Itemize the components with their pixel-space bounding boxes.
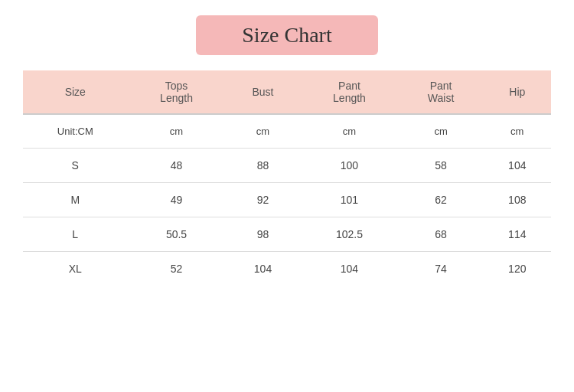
cell-pant-waist: 68 [399, 217, 484, 252]
cell-tops-length: 50.5 [127, 217, 225, 252]
cell-pant-waist: 74 [399, 252, 484, 286]
unit-cell: cm [484, 114, 551, 149]
col-header-hip: Hip [484, 70, 551, 114]
cell-tops-length: 49 [127, 183, 225, 217]
cell-pant-length: 101 [300, 183, 398, 217]
unit-cell: cm [399, 114, 484, 149]
page-title: Size Chart [242, 23, 331, 47]
cell-hip: 114 [484, 217, 551, 252]
col-header-tops-length: TopsLength [127, 70, 225, 114]
cell-size: XL [23, 252, 127, 286]
col-header-pant-waist: PantWaist [399, 70, 484, 114]
cell-bust: 104 [226, 252, 301, 286]
unit-cell: cm [300, 114, 398, 149]
cell-bust: 98 [226, 217, 301, 252]
cell-pant-length: 102.5 [300, 217, 398, 252]
col-header-size: Size [23, 70, 127, 114]
cell-tops-length: 52 [127, 252, 225, 286]
size-chart-table: Size TopsLength Bust PantLength PantWais… [23, 70, 551, 286]
col-header-pant-length: PantLength [300, 70, 398, 114]
table-header-row: Size TopsLength Bust PantLength PantWais… [23, 70, 551, 114]
table-row: XL 52 104 104 74 120 [23, 252, 551, 286]
cell-hip: 108 [484, 183, 551, 217]
cell-pant-waist: 58 [399, 149, 484, 183]
cell-size: L [23, 217, 127, 252]
cell-pant-waist: 62 [399, 183, 484, 217]
cell-tops-length: 48 [127, 149, 225, 183]
cell-bust: 88 [226, 149, 301, 183]
cell-bust: 92 [226, 183, 301, 217]
unit-label: Unit:CM [23, 114, 127, 149]
unit-cell: cm [226, 114, 301, 149]
table-row: M 49 92 101 62 108 [23, 183, 551, 217]
unit-row: Unit:CM cmcmcmcmcm [23, 114, 551, 149]
cell-hip: 120 [484, 252, 551, 286]
cell-size: M [23, 183, 127, 217]
title-banner: Size Chart [196, 15, 377, 55]
unit-cell: cm [127, 114, 225, 149]
table-row: L 50.5 98 102.5 68 114 [23, 217, 551, 252]
cell-pant-length: 100 [300, 149, 398, 183]
table-row: S 48 88 100 58 104 [23, 149, 551, 183]
cell-hip: 104 [484, 149, 551, 183]
cell-pant-length: 104 [300, 252, 398, 286]
col-header-bust: Bust [226, 70, 301, 114]
cell-size: S [23, 149, 127, 183]
